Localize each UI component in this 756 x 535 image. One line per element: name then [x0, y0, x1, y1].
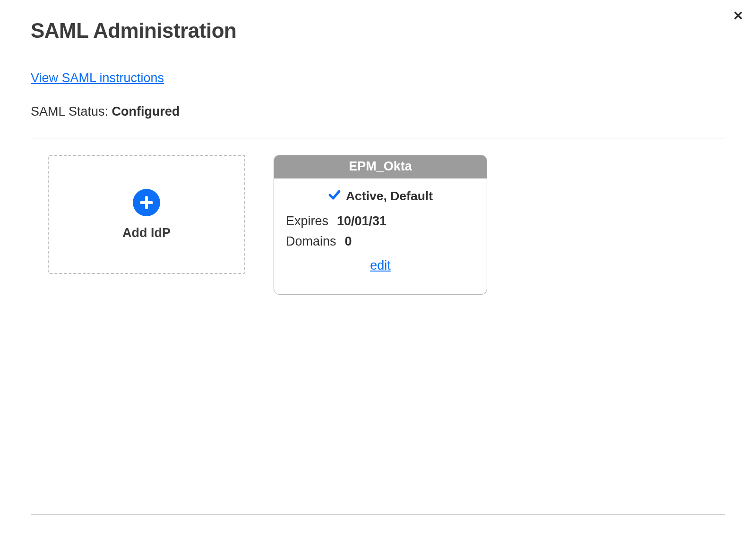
view-instructions-link[interactable]: View SAML instructions: [31, 71, 164, 85]
check-icon: [328, 188, 341, 204]
idp-active-text: Active, Default: [346, 189, 433, 204]
domains-value: 0: [345, 234, 352, 249]
idp-panel: Add IdP EPM_Okta Active, Default Expires…: [31, 138, 725, 515]
idp-domains-row: Domains 0: [286, 234, 475, 249]
page-container: × SAML Administration View SAML instruct…: [0, 0, 756, 534]
add-idp-card[interactable]: Add IdP: [48, 155, 245, 274]
edit-idp-link[interactable]: edit: [370, 258, 391, 272]
expires-value: 10/01/31: [337, 214, 387, 229]
status-label: SAML Status:: [31, 104, 112, 119]
domains-label: Domains: [286, 234, 336, 249]
plus-circle-icon: [133, 189, 160, 216]
close-button[interactable]: ×: [733, 7, 743, 23]
idp-expires-row: Expires 10/01/31: [286, 214, 475, 229]
add-idp-label: Add IdP: [122, 226, 171, 240]
idp-edit-wrap: edit: [286, 258, 475, 273]
status-value: Configured: [112, 104, 180, 119]
saml-status-line: SAML Status: Configured: [31, 104, 725, 119]
idp-card-body: Active, Default Expires 10/01/31 Domains…: [274, 178, 487, 294]
idp-card: EPM_Okta Active, Default Expires 10/01/3…: [274, 155, 487, 295]
idp-active-row: Active, Default: [286, 188, 475, 204]
page-title: SAML Administration: [31, 19, 725, 42]
idp-card-header: EPM_Okta: [274, 155, 487, 178]
expires-label: Expires: [286, 214, 328, 229]
